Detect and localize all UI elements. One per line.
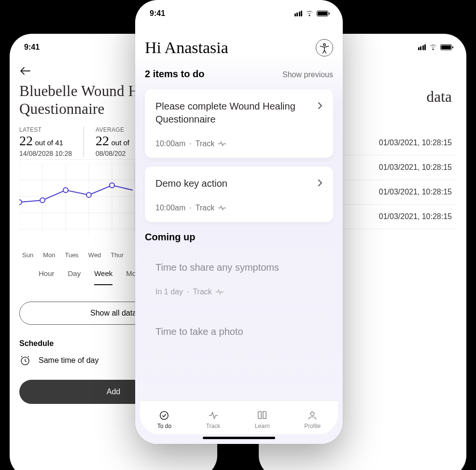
svg-point-11 xyxy=(19,200,22,205)
status-time: 9:41 xyxy=(24,43,40,52)
svg-point-12 xyxy=(40,198,45,203)
svg-point-17 xyxy=(323,43,325,45)
wifi-icon xyxy=(429,44,437,51)
tab-week[interactable]: Week xyxy=(94,269,112,285)
status-icons xyxy=(418,44,452,51)
status-bar: 9:41 xyxy=(150,2,328,25)
chevron-right-icon xyxy=(318,179,322,189)
tab-hour[interactable]: Hour xyxy=(39,269,55,285)
tab-track[interactable]: Track xyxy=(206,410,221,429)
todo-count: 2 items to do xyxy=(145,69,204,80)
pulse-icon xyxy=(218,141,226,147)
chevron-right-icon xyxy=(318,102,322,112)
battery-icon xyxy=(317,11,328,16)
status-time: 9:41 xyxy=(150,9,165,18)
phone-home: 9:41 Hi Anastasia 2 items to do Show pre… xyxy=(135,0,343,444)
tab-learn[interactable]: Learn xyxy=(255,410,270,429)
status-icons xyxy=(294,10,329,17)
tab-label: Profile xyxy=(304,423,321,429)
card-title: Please complete Wound Healing Questionna… xyxy=(155,100,318,126)
tab-label: Learn xyxy=(255,423,270,429)
greeting: Hi Anastasia xyxy=(145,39,228,57)
card-title: Demo key action xyxy=(155,177,227,190)
home-indicator xyxy=(203,437,275,439)
card-title: Time to share any symptoms xyxy=(155,261,322,274)
stat-latest: LATEST 22 out of 41 14/08/2028 10:28 xyxy=(19,126,84,157)
tab-label: Track xyxy=(206,423,221,429)
card-meta: In 1 day · Track xyxy=(155,288,322,296)
todo-card[interactable]: Demo key action 10:00am · Track xyxy=(145,166,333,222)
svg-point-19 xyxy=(310,412,314,415)
tab-profile[interactable]: Profile xyxy=(304,410,321,429)
coming-up-label: Coming up xyxy=(145,232,333,243)
pulse-icon xyxy=(216,289,224,295)
upcoming-card[interactable]: Time to take a photo xyxy=(145,315,333,353)
svg-point-15 xyxy=(110,183,114,188)
battery-icon xyxy=(440,44,452,50)
signal-icon xyxy=(294,11,303,16)
tab-label: To do xyxy=(157,423,171,429)
tab-todo[interactable]: To do xyxy=(157,410,171,429)
stat-average: AVERAGE 22 out of 08/08/202 xyxy=(96,126,141,157)
todo-card[interactable]: Please complete Wound Healing Questionna… xyxy=(145,89,333,158)
wifi-icon xyxy=(305,10,314,17)
svg-point-13 xyxy=(63,188,68,193)
card-meta: 10:00am · Track xyxy=(155,204,322,212)
card-title: Time to take a photo xyxy=(155,325,322,338)
upcoming-card[interactable]: Time to share any symptoms In 1 day · Tr… xyxy=(145,250,333,306)
schedule-text: Same time of day xyxy=(39,356,99,365)
svg-point-14 xyxy=(86,193,91,197)
svg-point-18 xyxy=(160,411,168,419)
card-meta: 10:00am · Track xyxy=(155,139,322,148)
tab-month[interactable]: Mo xyxy=(126,269,136,285)
clock-icon xyxy=(19,355,31,366)
tab-day[interactable]: Day xyxy=(68,269,81,285)
tab-bar: To do Track Learn Profile xyxy=(140,401,338,434)
show-previous-link[interactable]: Show previous xyxy=(282,70,333,79)
signal-icon xyxy=(418,44,426,50)
pulse-icon xyxy=(218,205,226,211)
accessibility-icon[interactable] xyxy=(316,39,333,56)
